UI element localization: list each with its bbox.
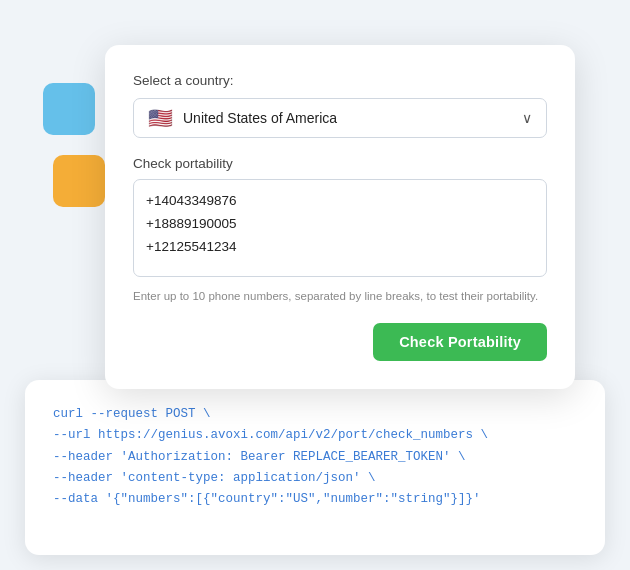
- deco-orange-square: [53, 155, 105, 207]
- phone-numbers-hint: Enter up to 10 phone numbers, separated …: [133, 288, 547, 305]
- button-row: Check Portability: [133, 323, 547, 361]
- check-portability-button[interactable]: Check Portability: [373, 323, 547, 361]
- country-select-dropdown[interactable]: 🇺🇸 United States of America ∨: [133, 98, 547, 138]
- code-line-3: --header 'Authorization: Bearer REPLACE_…: [53, 447, 577, 468]
- code-line-1: curl --request POST \: [53, 404, 577, 425]
- country-select-label: Select a country:: [133, 73, 547, 88]
- main-card: Select a country: 🇺🇸 United States of Am…: [105, 45, 575, 389]
- deco-blue-square: [43, 83, 95, 135]
- code-line-5: --data '{"numbers":[{"country":"US","num…: [53, 489, 577, 510]
- scene: curl --request POST \ --url https://geni…: [25, 15, 605, 555]
- code-card: curl --request POST \ --url https://geni…: [25, 380, 605, 555]
- chevron-down-icon: ∨: [522, 110, 532, 126]
- us-flag-icon: 🇺🇸: [148, 108, 173, 128]
- portability-label: Check portability: [133, 156, 547, 171]
- code-line-4: --header 'content-type: application/json…: [53, 468, 577, 489]
- country-select-value: United States of America: [183, 110, 522, 126]
- phone-numbers-textarea[interactable]: [133, 179, 547, 277]
- code-line-2: --url https://genius.avoxi.com/api/v2/po…: [53, 425, 577, 446]
